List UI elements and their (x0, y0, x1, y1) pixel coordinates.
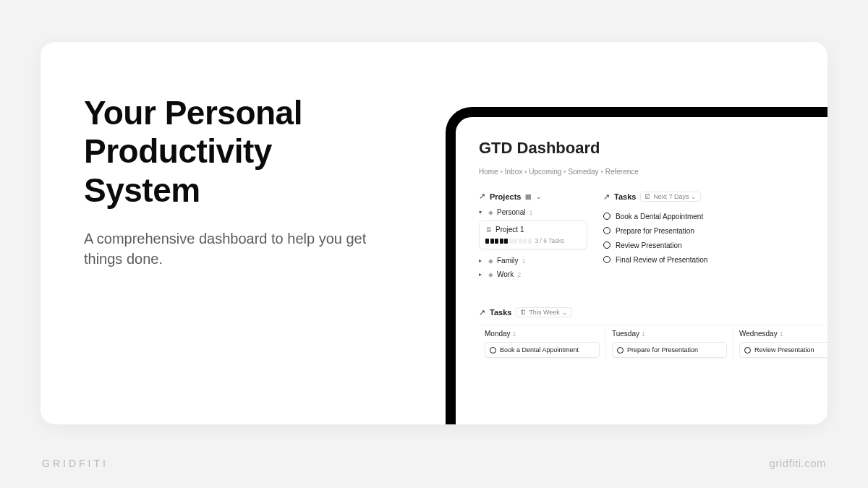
task-card[interactable]: Book a Dental Appointment (485, 342, 600, 358)
day-name: Monday (485, 330, 511, 338)
tasks-label: Tasks (614, 192, 636, 201)
project-group-personal[interactable]: ▾ ◈ Personal 1 (479, 208, 587, 216)
day-column-monday: Monday1 Book a Dental Appointment (479, 325, 606, 358)
filter-label: Next 7 Days (653, 193, 689, 200)
link-arrow-icon: ↗ (479, 192, 485, 201)
hero-title-line-3: System (84, 171, 200, 209)
project-name: Project 1 (495, 226, 524, 234)
hero-title-line-1: Your Personal (84, 94, 302, 132)
hero-subtitle: A comprehensive dashboard to help you ge… (84, 228, 402, 269)
project-group-work[interactable]: ▸ ◈ Work 2 (479, 270, 587, 278)
tasks-label: Tasks (490, 308, 511, 317)
tasks-week-section: ↗ Tasks 🗓 This Week ⌄ Monday1 Book a Den… (479, 307, 827, 358)
breadcrumb-item[interactable]: Inbox (500, 168, 522, 176)
projects-label: Projects (490, 192, 521, 201)
task-name: Prepare for Presentation (627, 346, 698, 354)
projects-column: ↗ Projects ▦ ⌄ ▾ ◈ Personal 1 🗎 (479, 192, 587, 283)
document-icon: 🗎 (485, 226, 493, 234)
cube-icon: ◈ (488, 271, 493, 278)
task-name: Book a Dental Appointment (500, 346, 579, 354)
projects-header[interactable]: ↗ Projects ▦ ⌄ (479, 192, 587, 201)
project-group-count: 1 (529, 209, 532, 216)
filter-label: This Week (529, 309, 559, 316)
breadcrumb-item[interactable]: Home (479, 168, 498, 176)
breadcrumb-item[interactable]: Someday (563, 168, 599, 176)
calendar-icon: 🗓 (520, 309, 527, 316)
task-row[interactable]: Final Review of Presentation December 2,… (603, 252, 827, 267)
tasks-next-column: ↗ Tasks 🗓 Next 7 Days ⌄ Book a Dental Ap… (603, 192, 827, 283)
board-view-icon[interactable]: ▦ (525, 193, 532, 200)
promo-card: Your Personal Productivity System A comp… (41, 42, 827, 424)
day-count: 1 (642, 330, 645, 338)
tablet-device-frame: GTD Dashboard Home Inbox Upcoming Someda… (446, 107, 827, 424)
project-group-name: Personal (497, 208, 525, 216)
disclosure-triangle-closed-icon: ▸ (479, 271, 485, 278)
disclosure-triangle-open-icon: ▾ (479, 209, 485, 215)
hero-title-line-2: Productivity (84, 132, 272, 170)
task-name: Book a Dental Appointment (616, 213, 703, 221)
checkbox-empty-icon[interactable] (603, 227, 610, 234)
calendar-icon: 🗓 (644, 193, 651, 200)
checkbox-empty-icon[interactable] (744, 347, 751, 354)
task-row[interactable]: Review Presentation December 1, 2021| (603, 238, 827, 252)
task-name: Final Review of Presentation (616, 256, 707, 264)
hero-title: Your Personal Productivity System (84, 94, 402, 210)
task-card[interactable]: Prepare for Presentation (612, 342, 727, 358)
day-count: 1 (513, 330, 516, 338)
task-row[interactable]: Prepare for Presentation November 30, 20… (603, 223, 827, 238)
chevron-down-icon[interactable]: ⌄ (536, 193, 542, 200)
checkbox-empty-icon[interactable] (490, 347, 496, 354)
footer: GRIDFITI gridfiti.com (42, 457, 826, 469)
breadcrumb-item[interactable]: Reference (600, 168, 638, 176)
task-name: Prepare for Presentation (616, 227, 694, 235)
project-group-name: Work (497, 270, 514, 278)
checkbox-empty-icon[interactable] (603, 256, 610, 263)
checkbox-empty-icon[interactable] (603, 241, 610, 249)
filter-chip[interactable]: 🗓 Next 7 Days ⌄ (640, 192, 701, 202)
task-row[interactable]: Book a Dental Appointment November 29, 2… (603, 209, 827, 223)
progress-label: 3 / 6 Tasks (535, 237, 564, 244)
progress-bar-icon (485, 239, 532, 244)
brand-wordmark: GRIDFITI (42, 458, 109, 469)
brand-url: gridfiti.com (769, 457, 826, 469)
page-title: GTD Dashboard (479, 139, 827, 158)
link-arrow-icon: ↗ (603, 192, 610, 202)
day-name: Wednesday (739, 330, 778, 338)
disclosure-triangle-closed-icon: ▸ (479, 257, 485, 264)
day-column-tuesday: Tuesday1 Prepare for Presentation (606, 325, 733, 358)
tasks-next-header[interactable]: ↗ Tasks 🗓 Next 7 Days ⌄ (603, 192, 827, 202)
checkbox-empty-icon[interactable] (617, 347, 624, 354)
day-column-wednesday: Wednesday1 Review Presentation (733, 325, 827, 358)
breadcrumb: Home Inbox Upcoming Someday Reference (479, 168, 827, 176)
chevron-down-icon: ⌄ (562, 309, 568, 316)
breadcrumb-item[interactable]: Upcoming (524, 168, 561, 176)
project-progress: 3 / 6 Tasks (485, 237, 581, 244)
dashboard-screen: GTD Dashboard Home Inbox Upcoming Someda… (456, 117, 827, 358)
link-arrow-icon: ↗ (479, 308, 485, 317)
project-group-count: 2 (517, 271, 521, 278)
day-count: 1 (780, 330, 783, 338)
task-name: Review Presentation (754, 346, 814, 354)
filter-chip[interactable]: 🗓 This Week ⌄ (516, 307, 571, 317)
task-name: Review Presentation (616, 241, 682, 249)
project-card[interactable]: 🗎 Project 1 3 / 6 Tasks (479, 221, 587, 249)
cube-icon: ◈ (488, 209, 493, 216)
day-name: Tuesday (612, 330, 639, 338)
project-group-family[interactable]: ▸ ◈ Family 1 (479, 257, 587, 265)
week-board: Monday1 Book a Dental Appointment Tuesda… (479, 325, 827, 358)
cube-icon: ◈ (488, 257, 493, 265)
project-group-name: Family (497, 257, 518, 265)
tasks-week-header[interactable]: ↗ Tasks 🗓 This Week ⌄ (479, 307, 827, 317)
checkbox-empty-icon[interactable] (603, 213, 610, 220)
chevron-down-icon: ⌄ (691, 193, 697, 200)
task-card[interactable]: Review Presentation (739, 342, 827, 358)
project-group-count: 1 (522, 257, 525, 265)
hero-copy: Your Personal Productivity System A comp… (84, 94, 402, 269)
